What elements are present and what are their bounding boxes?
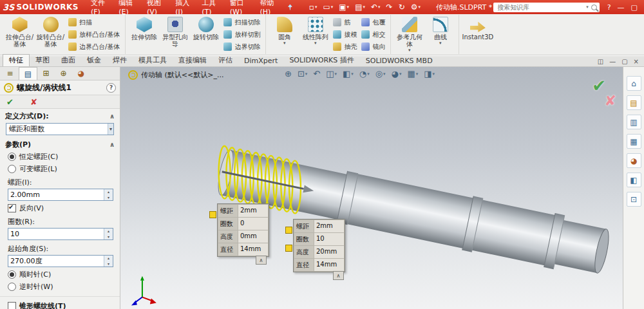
tab-direct-editing[interactable]: 直接编辑 [173,55,213,66]
revolutions-spinner[interactable]: ▴▾ [104,229,113,239]
callout-anchor-icon[interactable] [285,227,292,234]
search-icon[interactable] [591,5,597,10]
spin-up-icon[interactable]: ▴ [104,229,113,234]
pitch-spinner[interactable]: ▴▾ [104,189,113,200]
knowledge-search[interactable]: ▾ [493,3,600,12]
tab-solidworks-mbd[interactable]: SOLIDWORKS MBD [360,56,439,66]
spin-down-icon[interactable]: ▾ [104,261,113,267]
panes-icon[interactable]: ◫ [598,58,603,65]
spin-up-icon[interactable]: ▴ [104,256,113,261]
lofted-cut-button[interactable]: 放样切割 [222,29,262,40]
definition-section-header[interactable]: 定义方式(D): ∧ [0,109,120,122]
counterclockwise-radio[interactable] [8,283,16,291]
boundary-boss-button[interactable]: 边界凸台/基体 [66,41,122,52]
taper-helix-checkbox[interactable] [8,302,16,309]
design-library-icon[interactable]: ▤ [627,95,641,110]
tab-sheet-metal[interactable]: 钣金 [81,55,107,66]
scenes-icon[interactable]: ◧ [627,173,641,187]
parameters-section-header[interactable]: 参数(P) ∧ [0,137,120,151]
callout-value[interactable]: 14mm [238,243,268,256]
swept-boss-button[interactable]: 扫描 [66,17,122,28]
tab-weldments[interactable]: 焊件 [107,55,133,66]
dimxpert-manager-tab[interactable]: ⊕ [55,67,72,80]
extruded-boss-button[interactable]: 拉伸凸台/基体 [5,15,35,54]
model-canvas[interactable] [120,67,623,309]
help-button[interactable]: ? [607,3,611,12]
spin-down-icon[interactable]: ▾ [104,234,113,240]
search-input[interactable] [496,3,583,12]
custom-properties-icon[interactable]: ⊡ [627,192,641,207]
apply-scene-button[interactable]: ▦▾ [407,69,418,79]
minimize-button[interactable]: — [618,3,625,12]
pitch-input[interactable] [8,189,104,200]
curves-button[interactable]: 曲线 ▾ [425,15,455,54]
reverse-checkbox[interactable] [8,204,16,212]
swept-cut-button[interactable]: 扫描切除 [222,17,262,28]
linear-pattern-button[interactable]: 线性阵列 ▾ [300,15,330,54]
view-palette-icon[interactable]: ▦ [627,134,641,149]
lofted-boss-button[interactable]: 放样凸台/基体 [66,29,122,40]
clockwise-radio[interactable] [8,270,16,279]
rebuild-button[interactable]: ↻ [399,3,405,12]
revolved-cut-button[interactable]: 旋转切除 [191,15,221,54]
feature-breadcrumb[interactable]: 传动轴 (默认<<默认>_... [128,70,223,80]
open-button[interactable]: ▭▾ [323,3,333,12]
intersect-button[interactable]: 相交 [359,29,387,40]
undo-button[interactable]: ↶▾ [371,3,381,12]
confirmation-cancel-button[interactable]: ✘ [605,93,616,109]
wrap-button[interactable]: 包覆 [359,17,387,28]
callout-value[interactable]: 20mm [314,246,344,258]
rib-button[interactable]: 筋 [331,17,359,28]
spin-up-icon[interactable]: ▴ [104,189,113,195]
document-close-button[interactable]: × [634,58,639,65]
callout-value[interactable]: 10 [314,233,344,245]
section-view-button[interactable]: ◫▾ [326,69,337,79]
file-explorer-icon[interactable]: ▥ [627,115,641,129]
extruded-cut-button[interactable]: 拉伸切除 [129,15,159,54]
tab-solidworks-addins[interactable]: SOLIDWORKS 插件 [283,55,359,66]
constant-pitch-option[interactable]: 恒定螺距(C) [0,151,120,163]
callout-value[interactable]: 2mm [314,220,344,232]
boundary-cut-button[interactable]: 边界切除 [222,41,262,52]
tab-surfaces[interactable]: 曲面 [55,55,81,66]
property-manager-tab[interactable]: ▤ [19,67,37,80]
previous-view-button[interactable]: ↶ [313,69,320,79]
clockwise-option[interactable]: 顺时针(C) [0,268,120,281]
callout-anchor-icon[interactable] [209,211,216,218]
graphics-viewport[interactable]: 传动轴 (默认<<默认>_... ⊕ ⊡▾ ↶ ◫▾ ◧▾ ◔▾ ◎▾ ◕▾ ▦… [120,67,623,309]
configuration-manager-tab[interactable]: ⊞ [37,67,55,80]
view-settings-button[interactable]: ◨▾ [424,69,435,79]
resources-home-icon[interactable]: ⌂ [627,76,641,91]
callout-value[interactable]: 0 [238,218,268,230]
redo-button[interactable]: ↷ [386,3,393,12]
constant-pitch-radio[interactable] [8,153,16,161]
help-icon[interactable]: ? [106,83,116,93]
document-restore-button[interactable]: ▢ [621,58,627,65]
view-orientation-button[interactable]: ◧▾ [343,69,354,79]
fillet-button[interactable]: 圆角 ▾ [269,15,299,54]
appearances-icon[interactable]: ◕ [627,153,641,168]
callout-expander[interactable]: ∧ [333,271,344,280]
counterclockwise-option[interactable]: 逆时针(W) [0,281,120,293]
callout-value[interactable]: 2mm [238,205,268,217]
display-manager-tab[interactable]: ◕ [72,67,90,80]
mirror-button[interactable]: 镜向 [359,41,387,52]
draft-button[interactable]: 拔模 [331,29,359,40]
search-caret-icon[interactable]: ▾ [586,5,589,10]
cancel-button[interactable]: ✘ [30,97,37,107]
zoom-area-button[interactable]: ⊡▾ [298,69,307,79]
feature-manager-tab[interactable]: ≡ [1,67,19,80]
instant3d-button[interactable]: Instant3D [462,15,493,54]
print-button[interactable]: ▤▾ [355,3,365,12]
variable-pitch-option[interactable]: 可变螺距(L) [0,163,120,175]
restore-button[interactable]: ▢ [631,3,638,12]
callout-value[interactable]: 0mm [238,230,268,243]
callout-value[interactable]: 14mm [314,259,344,271]
callout-anchor-icon[interactable] [285,245,292,252]
edit-appearance-button[interactable]: ◕▾ [392,69,402,79]
tab-mold-tools[interactable]: 模具工具 [133,55,173,66]
display-style-button[interactable]: ◔▾ [359,69,370,79]
helix-start-callout[interactable]: 螺距 2mm 圈数 0 高度 0mm 直径 14mm [217,203,269,257]
reverse-option[interactable]: 反向(V) [0,202,120,214]
definition-dropdown[interactable]: 螺距和圈数 ▾ [6,123,114,135]
